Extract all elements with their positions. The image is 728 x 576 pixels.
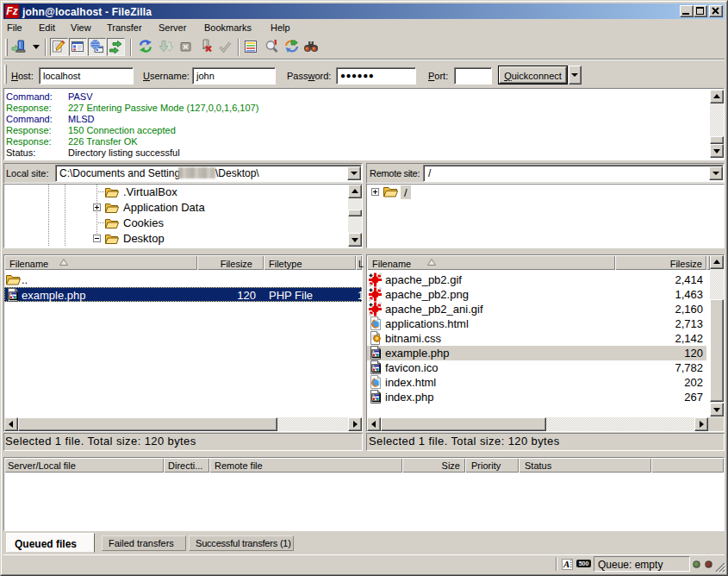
svg-text:A: A [563, 559, 569, 569]
